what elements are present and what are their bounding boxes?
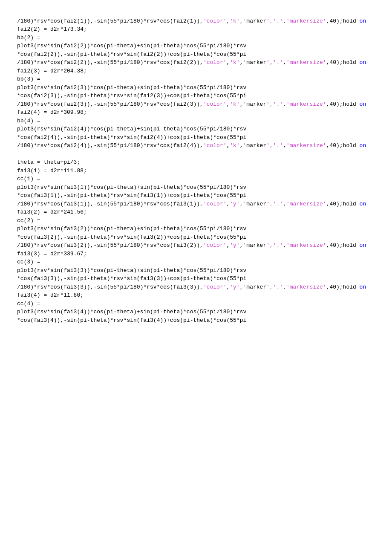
code-token: bb(3) = xyxy=(17,76,40,82)
code-token: ,40);hold xyxy=(326,201,360,207)
code-token: marker xyxy=(246,142,266,149)
code-token: cc(4) = xyxy=(17,301,40,307)
code-token: ','.' xyxy=(266,242,283,249)
code-token: /180)*rsv*cos(fai2(1)),-sin(55*pi/180)*r… xyxy=(17,18,203,24)
code-line: *cos(fai3(2)),-sin(pi-theta)*rsv*sin(fai… xyxy=(17,233,375,242)
code-token: 'y' xyxy=(230,284,239,290)
code-token: ,40);hold xyxy=(326,18,360,24)
code-token: on xyxy=(360,101,366,107)
code-token: cc(2) = xyxy=(17,217,40,224)
code-token: 'markersize' xyxy=(286,59,326,66)
code-token: 'k' xyxy=(230,59,239,66)
code-token: , xyxy=(240,142,243,149)
code-line: /180)*rsv*cos(fai2(2)),-sin(55*pi/180)*r… xyxy=(17,58,375,67)
code-token: 'color' xyxy=(203,18,227,24)
code-token: plot3(rsv*sin(fai2(3))*cos(pi-theta)+sin… xyxy=(17,84,246,91)
code-line: bb(2) = xyxy=(17,34,375,42)
code-line: fai3(3) = d2r*339.67; xyxy=(17,250,375,258)
code-line: plot3(rsv*sin(fai3(2))*cos(pi-theta)+sin… xyxy=(17,225,375,233)
code-token: ,40);hold xyxy=(326,59,360,66)
code-token: fai3(2) = d2r*241.56; xyxy=(17,209,87,215)
code-token: fai3(4) = d2r*11.80; xyxy=(17,292,84,298)
code-line: *cos(fai3(3)),-sin(pi-theta)*rsv*sin(fai… xyxy=(17,275,375,283)
code-token: ,40);hold xyxy=(326,242,360,249)
code-token: ','.' xyxy=(266,284,283,290)
code-token: fai2(4) = d2r*309.98; xyxy=(17,109,87,116)
code-line: plot3(rsv*sin(fai2(3))*cos(pi-theta)+sin… xyxy=(17,84,375,92)
code-token: 'color' xyxy=(203,101,227,107)
code-token: theta = theta+pi/3; xyxy=(17,159,80,165)
code-token: marker xyxy=(246,18,266,24)
code-line: fai3(2) = d2r*241.56; xyxy=(17,208,375,217)
code-token: 'y' xyxy=(230,201,239,207)
code-line: cc(2) = xyxy=(17,217,375,225)
code-line: *cos(fai2(4)),-sin(pi-theta)*rsv*sin(fai… xyxy=(17,133,375,142)
code-token: fai2(3) = d2r*204.38; xyxy=(17,68,87,74)
code-token: , xyxy=(240,284,243,290)
code-token: , xyxy=(283,242,286,249)
code-token: 'markersize' xyxy=(286,242,326,249)
code-line: cc(1) = xyxy=(17,175,375,183)
code-token: plot3(rsv*sin(fai3(2))*cos(pi-theta)+sin… xyxy=(17,225,246,232)
code-token: /180)*rsv*cos(fai3(3)),-sin(55*pi/180)*r… xyxy=(17,284,203,290)
code-token: plot3(rsv*sin(fai2(4))*cos(pi-theta)+sin… xyxy=(17,126,246,132)
code-line: cc(3) = xyxy=(17,258,375,266)
code-token: , xyxy=(283,201,286,207)
code-line: plot3(rsv*sin(fai3(1))*cos(pi-theta)+sin… xyxy=(17,183,375,192)
code-token: plot3(rsv*sin(fai2(2))*cos(pi-theta)+sin… xyxy=(17,43,246,49)
code-token: *cos(fai3(3)),-sin(pi-theta)*rsv*sin(fai… xyxy=(17,275,246,282)
code-token: ,40);hold xyxy=(326,101,360,107)
code-token: 'y' xyxy=(230,242,239,249)
code-token: 'color' xyxy=(203,284,227,290)
code-line: cc(4) = xyxy=(17,300,375,308)
code-line: plot3(rsv*sin(fai2(4))*cos(pi-theta)+sin… xyxy=(17,125,375,133)
code-token: cc(3) = xyxy=(17,259,40,265)
code-token: , xyxy=(283,59,286,66)
empty-line xyxy=(17,150,375,159)
code-token: *cos(fai2(3)),-sin(pi-theta)*rsv*sin(fai… xyxy=(17,92,246,99)
code-token: ,40);hold xyxy=(326,284,360,290)
code-token: , xyxy=(283,18,286,24)
code-token: 'color' xyxy=(203,59,227,66)
code-token: fai3(1) = d2r*111.88; xyxy=(17,168,87,174)
code-line: plot3(rsv*sin(fai3(3))*cos(pi-theta)+sin… xyxy=(17,266,375,275)
code-token: on xyxy=(360,18,366,24)
code-token: on xyxy=(360,242,366,249)
code-token: *cos(fai3(2)),-sin(pi-theta)*rsv*sin(fai… xyxy=(17,234,246,240)
code-token: ','.' xyxy=(266,201,283,207)
code-line: *cos(fai2(2)),-sin(pi-theta)*rsv*sin(fai… xyxy=(17,50,375,59)
code-token: /180)*rsv*cos(fai2(2)),-sin(55*pi/180)*r… xyxy=(17,59,203,66)
code-token: , xyxy=(240,59,243,66)
code-token: on xyxy=(360,201,366,207)
code-token: *cos(fai2(2)),-sin(pi-theta)*rsv*sin(fai… xyxy=(17,51,246,58)
code-line: /180)*rsv*cos(fai3(1)),-sin(55*pi/180)*r… xyxy=(17,200,375,208)
code-token: cc(1) = xyxy=(17,176,40,182)
code-line: plot3(rsv*sin(fai2(2))*cos(pi-theta)+sin… xyxy=(17,42,375,50)
code-line: *cos(fai2(3)),-sin(pi-theta)*rsv*sin(fai… xyxy=(17,92,375,100)
code-token: ,40);hold xyxy=(326,142,360,149)
code-token: , xyxy=(283,142,286,149)
code-token: ','.' xyxy=(266,18,283,24)
code-token: /180)*rsv*cos(fai3(2)),-sin(55*pi/180)*r… xyxy=(17,242,203,249)
code-token: 'markersize' xyxy=(286,18,326,24)
code-token: , xyxy=(240,101,243,107)
code-token: , xyxy=(283,284,286,290)
code-token: 'color' xyxy=(203,242,227,249)
code-token: /180)*rsv*cos(fai3(1)),-sin(55*pi/180)*r… xyxy=(17,201,203,207)
code-token: 'k' xyxy=(230,18,239,24)
code-token: , xyxy=(240,201,243,207)
code-token: marker xyxy=(246,284,266,290)
code-line: theta = theta+pi/3; xyxy=(17,158,375,167)
code-line: fai3(1) = d2r*111.88; xyxy=(17,167,375,175)
code-token: , xyxy=(283,101,286,107)
code-line: fai2(3) = d2r*204.38; xyxy=(17,67,375,75)
code-token: fai3(3) = d2r*339.67; xyxy=(17,251,87,257)
code-token: *cos(fai3(4)),-sin(pi-theta)*rsv*sin(fai… xyxy=(17,317,246,324)
code-line: bb(3) = xyxy=(17,75,375,84)
code-line: /180)*rsv*cos(fai3(2)),-sin(55*pi/180)*r… xyxy=(17,241,375,250)
code-token: marker xyxy=(246,101,266,107)
code-token: 'markersize' xyxy=(286,142,326,149)
code-token: *cos(fai2(4)),-sin(pi-theta)*rsv*sin(fai… xyxy=(17,134,246,141)
code-line: /180)*rsv*cos(fai2(1)),-sin(55*pi/180)*r… xyxy=(17,17,375,26)
code-token: 'markersize' xyxy=(286,284,326,290)
